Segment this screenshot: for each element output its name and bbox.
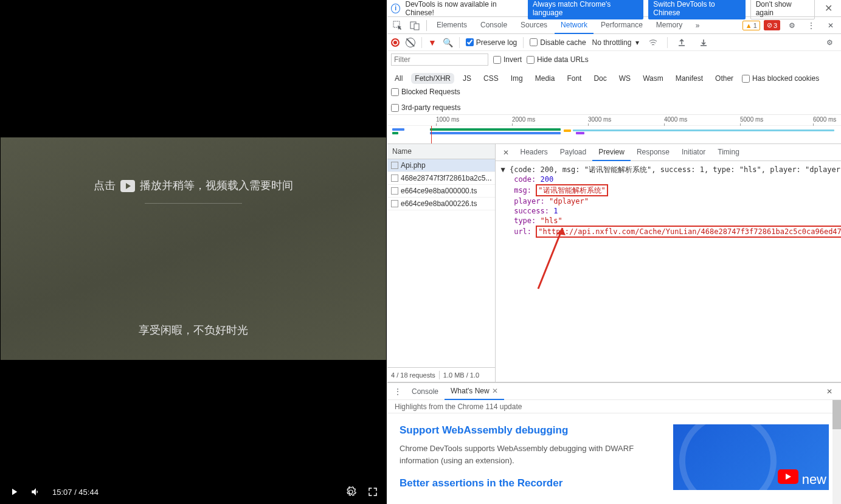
video-controls: 15:07 / 45:44 xyxy=(0,480,387,504)
filter-img[interactable]: Img xyxy=(507,73,527,84)
timeline-overview[interactable]: 1000 ms 2000 ms 3000 ms 4000 ms 5000 ms … xyxy=(387,115,841,144)
fullscreen-icon[interactable] xyxy=(367,486,378,497)
device-icon[interactable] xyxy=(407,18,423,33)
tab-initiator[interactable]: Initiator xyxy=(676,144,711,161)
tab-headers[interactable]: Headers xyxy=(514,144,553,161)
network-settings-icon[interactable]: ⚙ xyxy=(822,35,837,50)
errors-badge[interactable]: ⊘3 xyxy=(764,20,780,30)
close-details-icon[interactable]: ✕ xyxy=(498,148,514,157)
infobar-text: DevTools is now available in Chinese! xyxy=(405,0,522,17)
tab-timing[interactable]: Timing xyxy=(711,144,746,161)
kebab-icon[interactable]: ⋮ xyxy=(803,18,819,33)
video-frame: 点击 播放并稍等，视频载入需要时间 享受闲暇，不负好时光 xyxy=(1,137,386,360)
clear-button[interactable] xyxy=(406,38,415,47)
filter-font[interactable]: Font xyxy=(563,73,585,84)
devtools-panel: i DevTools is now available in Chinese! … xyxy=(387,0,841,504)
tick: 1000 ms xyxy=(436,116,459,123)
scrollbar[interactable] xyxy=(832,400,841,504)
tab-performance[interactable]: Performance xyxy=(595,17,649,34)
search-icon[interactable]: 🔍 xyxy=(443,38,453,47)
column-header-name[interactable]: Name xyxy=(387,144,495,159)
new-label: new xyxy=(802,472,826,488)
filter-fetch-xhr[interactable]: Fetch/XHR xyxy=(411,73,454,84)
filter-js[interactable]: JS xyxy=(459,73,475,84)
svg-rect-2 xyxy=(414,24,419,30)
drawer-body: Support WebAssembly debugging Chrome Dev… xyxy=(387,413,841,504)
tab-memory[interactable]: Memory xyxy=(650,17,688,34)
preview-pane: ✕ Headers Payload Preview Response Initi… xyxy=(496,144,841,382)
drawer-subtitle: Highlights from the Chrome 114 update xyxy=(387,400,841,413)
video-player[interactable]: 点击 播放并稍等，视频载入需要时间 享受闲暇，不负好时光 15:07 / 45:… xyxy=(0,0,387,504)
request-row[interactable]: Api.php xyxy=(387,159,495,172)
highlight-url: "https://api.nxflv.com/Cache/YunLian/468… xyxy=(536,226,841,238)
whatsnew-thumbnail[interactable]: new xyxy=(673,424,829,490)
infobar: i DevTools is now available in Chinese! … xyxy=(387,0,841,17)
close-drawer-icon[interactable]: ✕ xyxy=(820,387,839,396)
blocked-cookies-checkbox[interactable]: Has blocked cookies xyxy=(742,74,819,83)
whatsnew-heading-1[interactable]: Support WebAssembly debugging xyxy=(400,424,661,437)
request-footer: 4 / 18 requests1.0 MB / 1.0 xyxy=(387,367,495,382)
highlight-msg: "诺讯智能解析系统" xyxy=(536,184,607,196)
close-infobar-icon[interactable]: ✕ xyxy=(820,2,837,14)
filter-css[interactable]: CSS xyxy=(480,73,502,84)
filter-manifest[interactable]: Manifest xyxy=(672,73,707,84)
filter-doc[interactable]: Doc xyxy=(590,73,610,84)
filter-media[interactable]: Media xyxy=(531,73,559,84)
whatsnew-paragraph: Chrome DevTools supports WebAssembly deb… xyxy=(400,443,661,466)
tab-sources[interactable]: Sources xyxy=(514,17,553,34)
video-overlay-text-1: 点击 播放并稍等，视频载入需要时间 xyxy=(1,178,386,193)
whatsnew-heading-2[interactable]: Better assertions in the Recorder xyxy=(400,477,661,489)
tab-network[interactable]: Network xyxy=(555,17,594,34)
tab-preview[interactable]: Preview xyxy=(592,144,631,161)
timeline-cursor xyxy=(431,126,432,143)
blocked-requests-checkbox[interactable]: Blocked Requests xyxy=(391,88,460,96)
dont-show-button[interactable]: Don't show again xyxy=(750,0,815,19)
hide-data-urls-checkbox[interactable]: Hide data URLs xyxy=(527,55,589,64)
detail-tabs: ✕ Headers Payload Preview Response Initi… xyxy=(496,144,841,161)
request-row[interactable]: e664ce9e8ba000000.ts xyxy=(387,185,495,198)
close-devtools-icon[interactable]: ✕ xyxy=(823,18,839,33)
volume-button[interactable] xyxy=(30,486,41,497)
file-icon xyxy=(391,162,398,169)
file-icon xyxy=(391,187,398,195)
filter-icon[interactable]: ▼ xyxy=(428,38,437,47)
request-row[interactable]: 468e28747f3f72861ba2c5... xyxy=(387,172,495,185)
throttling-select[interactable]: No throttling ▾ xyxy=(592,38,639,47)
tick: 5000 ms xyxy=(740,116,763,123)
drawer-kebab-icon[interactable]: ⋮ xyxy=(390,384,406,399)
request-row[interactable]: e664ce9e8ba000226.ts xyxy=(387,198,495,210)
filter-bar: Invert Hide data URLs All Fetch/XHR JS C… xyxy=(387,51,841,115)
tab-console[interactable]: Console xyxy=(474,17,513,34)
json-preview[interactable]: ▼ {code: 200, msg: "诺讯智能解析系统", success: … xyxy=(496,161,841,382)
drawer-tab-console[interactable]: Console xyxy=(406,384,445,399)
divider xyxy=(145,203,242,204)
tick: 4000 ms xyxy=(664,116,687,123)
thirdparty-checkbox[interactable]: 3rd-party requests xyxy=(391,103,460,112)
tab-elements[interactable]: Elements xyxy=(431,17,473,34)
preserve-log-checkbox[interactable]: Preserve log xyxy=(466,38,517,47)
tab-payload[interactable]: Payload xyxy=(554,144,592,161)
filter-ws[interactable]: WS xyxy=(615,73,634,84)
download-icon[interactable] xyxy=(696,35,711,50)
video-overlay-text-2: 享受闲暇，不负好时光 xyxy=(1,323,386,337)
drawer-tab-whatsnew[interactable]: What's New✕ xyxy=(445,383,504,400)
play-button[interactable] xyxy=(9,486,19,497)
record-button[interactable] xyxy=(391,38,400,47)
tab-response[interactable]: Response xyxy=(631,144,676,161)
disable-cache-checkbox[interactable]: Disable cache xyxy=(530,38,586,47)
inspect-icon[interactable] xyxy=(390,18,406,33)
settings-icon[interactable] xyxy=(345,486,356,497)
file-icon xyxy=(391,200,398,207)
invert-checkbox[interactable]: Invert xyxy=(493,55,522,64)
upload-icon[interactable] xyxy=(674,35,690,50)
close-tab-icon[interactable]: ✕ xyxy=(492,387,498,395)
more-tabs-icon[interactable]: » xyxy=(690,18,705,33)
filter-input[interactable] xyxy=(391,54,488,66)
filter-other[interactable]: Other xyxy=(711,73,737,84)
tick: 6000 ms xyxy=(813,116,836,123)
filter-wasm[interactable]: Wasm xyxy=(639,73,667,84)
gear-icon[interactable]: ⚙ xyxy=(784,18,800,33)
wifi-icon[interactable] xyxy=(645,35,661,50)
filter-all[interactable]: All xyxy=(391,73,406,84)
warnings-badge[interactable]: ▲1 xyxy=(742,21,760,30)
